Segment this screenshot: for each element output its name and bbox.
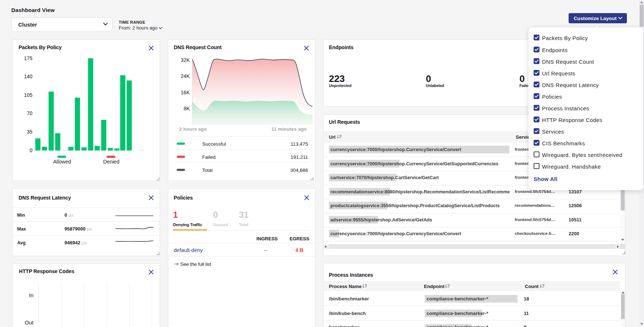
svg-text:175: 175 (24, 55, 33, 61)
svg-text:304,686: 304,686 (290, 168, 308, 173)
svg-text:113,475: 113,475 (291, 141, 308, 147)
svg-text:0: 0 (30, 147, 32, 153)
svg-text:2 hours ago: 2 hours ago (179, 126, 207, 132)
svg-text:16K: 16K (181, 90, 190, 95)
svg-text:8K: 8K (184, 106, 190, 111)
svg-text:Out: Out (25, 319, 34, 326)
svg-text:Denied: Denied (103, 159, 119, 165)
svg-text:70: 70 (27, 110, 32, 116)
svg-text:24K: 24K (181, 73, 190, 79)
svg-text:In: In (29, 292, 34, 298)
svg-text:Successful: Successful (202, 141, 226, 147)
svg-text:35: 35 (27, 129, 32, 135)
svg-text:105: 105 (24, 92, 33, 98)
svg-text:140: 140 (24, 74, 33, 79)
svg-text:11 minutes ago: 11 minutes ago (271, 126, 307, 132)
svg-text:Total: Total (202, 168, 213, 173)
svg-text:32K: 32K (181, 57, 190, 63)
svg-text:Failed: Failed (202, 154, 216, 160)
svg-text:Allowed: Allowed (53, 159, 71, 165)
svg-text:191,211: 191,211 (291, 154, 308, 160)
